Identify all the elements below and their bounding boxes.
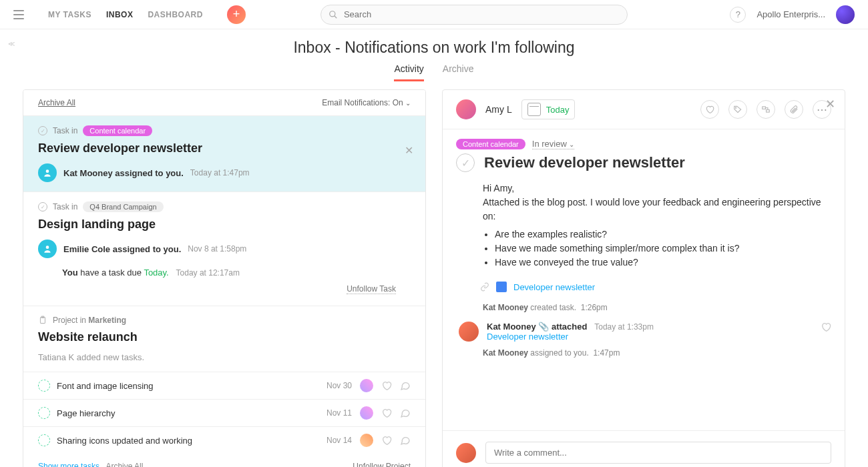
subtab-archive[interactable]: Archive — [443, 63, 474, 81]
search-input[interactable] — [320, 5, 628, 25]
create-button[interactable]: + — [227, 5, 246, 24]
svg-point-0 — [330, 11, 335, 16]
subtab-activity[interactable]: Activity — [394, 63, 423, 81]
calendar-icon — [527, 103, 541, 116]
due-date-button[interactable]: Today — [521, 99, 576, 119]
history-line: Kat Mooney created task. 1:26pm — [443, 299, 845, 316]
task-check-icon: ✓ — [38, 202, 47, 211]
activity-time: Today at 1:47pm — [190, 168, 250, 177]
detail-project-tag[interactable]: Content calendar — [456, 139, 525, 149]
comment-icon[interactable] — [400, 408, 411, 418]
assignee-avatar[interactable] — [456, 99, 476, 119]
notification-card[interactable]: ✓ Task in Q4 Brand Campaign Design landi… — [23, 191, 425, 306]
user-avatar[interactable] — [836, 5, 855, 24]
assignee-avatar — [360, 434, 373, 447]
project-tag[interactable]: Q4 Brand Campaign — [83, 201, 163, 212]
heart-icon[interactable] — [700, 100, 719, 119]
svg-point-8 — [736, 107, 736, 108]
tag-icon[interactable] — [728, 100, 747, 119]
comment-icon[interactable] — [400, 435, 411, 446]
task-in-label: Task in — [53, 126, 77, 135]
unfollow-project-link[interactable]: Unfollow Project — [353, 462, 411, 467]
subtask-date: Nov 30 — [327, 381, 352, 390]
subtask-date: Nov 11 — [327, 408, 352, 418]
subtask-check-icon[interactable] — [38, 407, 50, 419]
nav-dashboard[interactable]: DASHBOARD — [148, 10, 203, 19]
task-check-icon: ✓ — [38, 126, 47, 135]
subtask-name: Page hierarchy — [57, 408, 115, 418]
svg-point-2 — [46, 169, 49, 173]
project-in-label: Project in Marketing — [53, 316, 126, 325]
archive-all-link[interactable]: Archive All — [38, 98, 75, 107]
history-line: Kat Mooney assigned to you. 1:47pm — [443, 344, 845, 362]
nav-my-tasks[interactable]: MY TASKS — [48, 10, 91, 19]
nav-inbox[interactable]: INBOX — [106, 10, 134, 19]
history-row: Kat Mooney 📎 attached Today at 1:33pm De… — [443, 316, 845, 344]
subtask-check-icon[interactable] — [38, 380, 50, 392]
detail-title[interactable]: Review developer newsletter — [484, 154, 685, 171]
help-icon[interactable]: ? — [730, 7, 746, 23]
notification-title: Website relaunch — [38, 330, 411, 344]
show-more-tasks-link[interactable]: Show more tasks — [38, 462, 99, 467]
svg-line-1 — [335, 15, 337, 18]
close-detail-icon[interactable]: ✕ — [825, 97, 835, 111]
heart-icon[interactable] — [381, 380, 392, 391]
comment-input[interactable] — [485, 442, 831, 464]
actor-avatar — [38, 240, 57, 258]
heart-icon[interactable] — [381, 435, 392, 446]
heart-icon[interactable] — [821, 322, 831, 332]
notification-card[interactable]: Project in Marketing Website relaunch Ta… — [23, 306, 425, 372]
subtask-name: Font and image licensing — [57, 381, 154, 391]
task-description[interactable]: Hi Amy, Attached is the blog post. I wou… — [443, 181, 845, 270]
dismiss-icon[interactable]: ✕ — [405, 144, 413, 157]
svg-rect-9 — [763, 107, 766, 109]
attachment-link[interactable]: Developer newsletter — [487, 332, 568, 342]
status-dropdown[interactable]: In review ⌄ — [532, 139, 575, 149]
assignee-avatar — [360, 406, 373, 420]
notification-list: Archive All Email Notifications: On ⌄ ✓ … — [23, 89, 426, 467]
link-icon — [480, 282, 489, 292]
notification-title: Review developer newsletter — [38, 141, 411, 155]
actor-avatar — [38, 163, 57, 182]
subtask-name: Sharing icons updated and working — [57, 436, 192, 446]
task-detail-pane: ✕ Amy L Today ⋯ Content calendar In revi… — [442, 89, 845, 467]
page-title: Inbox - Notifications on work I'm follow… — [0, 39, 868, 57]
subtask-date: Nov 14 — [327, 436, 352, 445]
email-notifications-toggle[interactable]: Email Notifications: On ⌄ — [322, 98, 411, 107]
assignee-avatar — [360, 379, 373, 392]
workspace-name[interactable]: Apollo Enterpris... — [756, 9, 825, 19]
doc-icon — [496, 282, 507, 292]
subtask-row[interactable]: Page hierarchy Nov 11 — [23, 399, 425, 426]
collapse-icon[interactable]: ≪ — [8, 40, 15, 47]
current-user-avatar — [456, 443, 476, 463]
subtask-row[interactable]: Font and image licensing Nov 30 — [23, 372, 425, 399]
assignee-name[interactable]: Amy L — [485, 104, 512, 115]
complete-task-button[interactable]: ✓ — [456, 153, 475, 172]
notification-subtitle: Tatiana K added new tasks. — [38, 352, 411, 362]
subtask-icon[interactable] — [756, 100, 775, 119]
heart-icon[interactable] — [381, 408, 392, 418]
archive-all-link[interactable]: Archive All — [105, 462, 143, 467]
svg-rect-10 — [767, 110, 770, 113]
comment-icon[interactable] — [400, 380, 411, 391]
menu-toggle[interactable] — [13, 10, 24, 19]
attachment-icon: 📎 — [538, 322, 549, 332]
attachment-link[interactable]: Developer newsletter — [513, 282, 595, 292]
search-icon — [329, 10, 338, 19]
subtask-check-icon[interactable] — [38, 434, 50, 446]
due-line: You have a task due Today. Today at 12:1… — [62, 268, 411, 278]
clipboard-icon — [38, 316, 47, 325]
actor-avatar — [459, 322, 479, 342]
notification-card[interactable]: ✓ Task in Content calendar Review develo… — [23, 115, 425, 191]
svg-point-3 — [46, 246, 49, 249]
activity-time: Nov 8 at 1:58pm — [188, 244, 246, 254]
unfollow-task-link[interactable]: Unfollow Task — [347, 284, 396, 294]
activity-text: Emilie Cole assigned to you. — [63, 244, 181, 254]
project-tag[interactable]: Content calendar — [83, 125, 152, 136]
activity-text: Kat Mooney assigned to you. — [63, 168, 184, 178]
task-in-label: Task in — [53, 202, 77, 211]
subtask-row[interactable]: Sharing icons updated and working Nov 14 — [23, 426, 425, 454]
notification-title: Design landing page — [38, 217, 411, 231]
attachment-icon[interactable] — [785, 100, 803, 119]
